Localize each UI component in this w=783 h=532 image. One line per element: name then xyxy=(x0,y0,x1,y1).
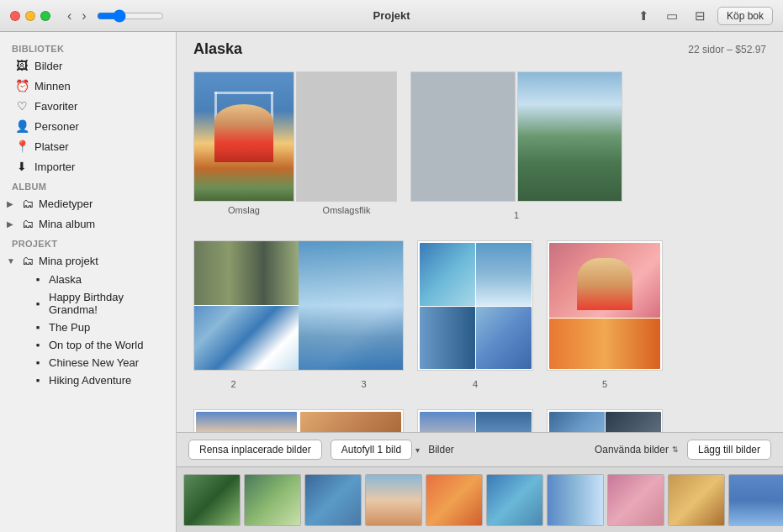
platser-label: Platser xyxy=(34,140,161,153)
maximize-button[interactable] xyxy=(40,11,50,21)
album-title: Alaska xyxy=(193,40,242,58)
thumb-image-9 xyxy=(669,475,724,525)
page23-spread[interactable] xyxy=(193,240,404,371)
medietyper-label: Medietyper xyxy=(39,198,93,210)
sidebar-item-bilder[interactable]: 🖼 Bilder xyxy=(3,55,172,76)
thumb-image-1 xyxy=(184,475,240,525)
share-icon[interactable]: ⬆ xyxy=(633,6,654,26)
page67-group xyxy=(193,409,404,432)
page67-spread[interactable] xyxy=(193,409,404,432)
page1-left[interactable] xyxy=(410,71,516,202)
pages-row-3 xyxy=(193,409,766,432)
mina-album-label: Mina album xyxy=(39,218,95,230)
sidebar-item-pup[interactable]: ▪ The Pup xyxy=(3,319,172,336)
cover-image xyxy=(194,72,294,201)
sidebar-item-importer[interactable]: ⬇ Importer xyxy=(3,156,172,176)
thumb-image-3 xyxy=(305,475,361,525)
page4-label: 4 xyxy=(473,379,478,389)
coverflap-page[interactable]: Omslagsflik xyxy=(296,71,397,215)
medietyper-icon: 🗂 xyxy=(21,197,34,210)
sidebar-group-mina-album[interactable]: ▶ 🗂 Mina album xyxy=(0,213,176,234)
cover-box[interactable] xyxy=(193,71,294,202)
page1-spread xyxy=(410,71,622,202)
mina-projekt-label: Mina projekt xyxy=(39,255,98,267)
page-info: 22 sidor – $52.97 xyxy=(688,44,766,55)
importer-icon: ⬇ xyxy=(15,160,29,173)
projekt-section-label: Projekt xyxy=(0,234,176,250)
cover-label: Omslag xyxy=(228,205,260,215)
sidebar-item-minnen[interactable]: ⏰ Minnen xyxy=(3,76,172,96)
page9-box[interactable] xyxy=(547,409,663,432)
thumb-image-6 xyxy=(487,475,542,525)
page4-box[interactable] xyxy=(417,240,533,371)
close-button[interactable] xyxy=(10,11,20,21)
favoriter-label: Favoriter xyxy=(34,100,161,113)
pages-area: Omslag Omslagsflik xyxy=(177,63,783,432)
mina-album-chevron: ▶ xyxy=(7,219,17,229)
page4-group: 4 xyxy=(417,240,533,389)
filmstrip-thumb-1[interactable] xyxy=(183,474,241,526)
page1-group: 1 xyxy=(410,71,622,220)
thumb-image-4 xyxy=(366,475,421,525)
back-button[interactable]: ‹ xyxy=(64,7,75,25)
main-layout: Bibliotek 🖼 Bilder ⏰ Minnen ♡ Favoriter … xyxy=(0,32,783,532)
autofill-dropdown-arrow[interactable]: ▾ xyxy=(415,445,420,455)
pup-label: The Pup xyxy=(49,321,90,334)
filmstrip-thumb-3[interactable] xyxy=(304,474,362,526)
filmstrip-thumb-4[interactable] xyxy=(365,474,422,526)
slideshow-icon[interactable]: ▭ xyxy=(661,6,683,26)
thumb-image-5 xyxy=(426,475,482,525)
mina-projekt-icon: 🗂 xyxy=(21,254,34,267)
view-icon[interactable]: ⊟ xyxy=(690,6,711,26)
ontop-icon: ▪ xyxy=(32,339,44,351)
thumb-image-8 xyxy=(608,475,664,525)
cover-page[interactable]: Omslag xyxy=(193,71,294,215)
importer-label: Importer xyxy=(34,161,161,173)
minimize-button[interactable] xyxy=(25,11,35,21)
filmstrip-thumb-2[interactable] xyxy=(244,474,301,526)
filmstrip xyxy=(177,466,783,532)
filmstrip-thumb-6[interactable] xyxy=(486,474,543,526)
sidebar-item-birthday[interactable]: ▪ Happy Birthday Grandma! xyxy=(3,288,172,319)
sidebar-item-chinese[interactable]: ▪ Chinese New Year xyxy=(3,354,172,371)
nav-buttons: ‹ › xyxy=(64,7,90,25)
page5-label: 5 xyxy=(602,379,607,389)
sidebar-group-mina-projekt[interactable]: ▼ 🗂 Mina projekt xyxy=(0,250,176,271)
forward-button[interactable]: › xyxy=(78,7,89,25)
thumb-image-7 xyxy=(548,475,603,525)
page5-group: 5 xyxy=(547,240,663,389)
buy-book-button[interactable]: Köp bok xyxy=(717,7,773,25)
alaska-label: Alaska xyxy=(49,273,82,286)
filmstrip-thumb-8[interactable] xyxy=(607,474,664,526)
sidebar-item-ontop[interactable]: ▪ On top of the World xyxy=(3,336,172,354)
sidebar-item-platser[interactable]: 📍 Platser xyxy=(3,136,172,156)
sidebar-group-medietyper[interactable]: ▶ 🗂 Medietyper xyxy=(0,193,176,213)
clear-button[interactable]: Rensa inplacerade bilder xyxy=(188,440,322,460)
filmstrip-thumb-5[interactable] xyxy=(426,474,483,526)
birthday-label: Happy Birthday Grandma! xyxy=(49,291,166,316)
filmstrip-thumb-10[interactable] xyxy=(728,474,783,526)
page5-box[interactable] xyxy=(547,240,663,371)
sidebar-item-hiking[interactable]: ▪ Hiking Adventure xyxy=(3,371,172,389)
add-bilder-button[interactable]: Lägg till bilder xyxy=(687,440,771,460)
content-area: Alaska 22 sidor – $52.97 xyxy=(177,32,783,532)
content-header: Alaska 22 sidor – $52.97 xyxy=(177,32,783,63)
titlebar-right: ⬆ ▭ ⊟ Köp bok xyxy=(633,6,773,26)
filmstrip-thumb-9[interactable] xyxy=(668,474,725,526)
mina-projekt-chevron: ▼ xyxy=(7,256,17,266)
page1-right[interactable] xyxy=(517,71,622,202)
page23-group: 2 3 xyxy=(193,240,404,389)
coverflap-box[interactable] xyxy=(296,71,397,202)
sidebar-item-favoriter[interactable]: ♡ Favoriter xyxy=(3,96,172,116)
filmstrip-thumb-7[interactable] xyxy=(547,474,604,526)
autofill-button[interactable]: Autofyll 1 bild xyxy=(331,440,412,460)
zoom-slider[interactable] xyxy=(97,9,164,23)
unused-dropdown[interactable]: Oanvända bilder ⇅ xyxy=(595,444,679,456)
pup-icon: ▪ xyxy=(32,321,44,334)
page3-label: 3 xyxy=(361,379,366,389)
window-title: Projekt xyxy=(373,9,410,22)
sidebar-item-personer[interactable]: 👤 Personer xyxy=(3,116,172,136)
sidebar-item-alaska[interactable]: ▪ Alaska xyxy=(3,271,172,288)
page8-box[interactable] xyxy=(417,409,533,432)
hiking-icon: ▪ xyxy=(32,374,44,387)
